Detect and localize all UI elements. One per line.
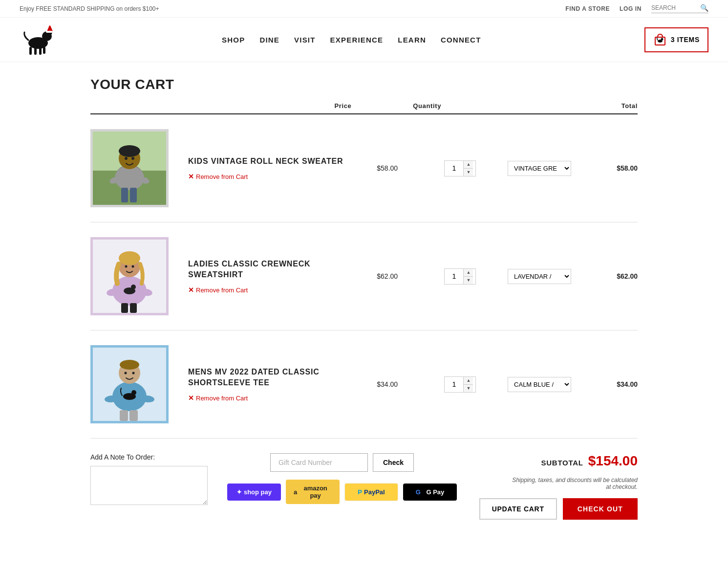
svg-point-33 bbox=[125, 265, 128, 268]
variant-select-2[interactable]: LAVENDAR / bbox=[508, 269, 571, 284]
nav: SHOP DINE VISIT EXPERIENCE LEARN CONNECT… bbox=[0, 18, 728, 62]
svg-rect-8 bbox=[46, 31, 53, 33]
svg-rect-50 bbox=[129, 410, 138, 421]
amazon-pay-icon: a bbox=[294, 488, 297, 496]
remove-item-1[interactable]: ✕ Remove from Cart bbox=[188, 173, 346, 180]
log-in-link[interactable]: LOG IN bbox=[620, 5, 642, 12]
svg-rect-3 bbox=[34, 48, 37, 55]
page-title: YOUR CART bbox=[90, 77, 638, 92]
search-input[interactable] bbox=[651, 4, 700, 11]
shipping-message: Enjoy FREE STANDARD SHIPPING on orders $… bbox=[20, 5, 159, 12]
qty-down-2[interactable]: ▼ bbox=[464, 277, 473, 284]
paypal-button[interactable]: PPayPal bbox=[344, 483, 398, 501]
col-product-header bbox=[90, 102, 301, 110]
cart-count: 3 ITEMS bbox=[671, 36, 700, 44]
shop-pay-button[interactable]: ✦ shop pay bbox=[227, 484, 281, 501]
remove-label-2: Remove from Cart bbox=[196, 286, 248, 294]
nav-links: SHOP DINE VISIT EXPERIENCE LEARN CONNECT bbox=[59, 36, 644, 44]
cart-item-3: MENS MV 2022 DATED CLASSIC SHORTSLEEVE T… bbox=[90, 330, 638, 439]
cart-item: KIDS VINTAGE ROLL NECK SWEATER ✕ Remove … bbox=[90, 114, 638, 222]
remove-item-3[interactable]: ✕ Remove from Cart bbox=[188, 394, 346, 402]
paypal-label: PayPal bbox=[364, 488, 385, 496]
item-price-3: $34.00 bbox=[356, 380, 419, 388]
item-quantity-1: ▲ ▼ bbox=[428, 160, 492, 176]
remove-label-3: Remove from Cart bbox=[196, 395, 248, 402]
svg-point-9 bbox=[49, 23, 51, 26]
summary-section: SUBTOTAL $154.00 Shipping, taxes, and di… bbox=[476, 453, 638, 520]
note-textarea[interactable] bbox=[90, 466, 208, 505]
col-variant-header bbox=[469, 102, 570, 110]
svg-point-34 bbox=[132, 265, 134, 268]
logo[interactable] bbox=[20, 22, 59, 57]
nav-experience[interactable]: EXPERIENCE bbox=[330, 36, 384, 44]
qty-input-2[interactable] bbox=[445, 270, 463, 282]
item-variant-3: CALM BLUE / bbox=[502, 377, 578, 392]
check-button[interactable]: Check bbox=[373, 453, 414, 472]
qty-wrap-3: ▲ ▼ bbox=[444, 376, 476, 393]
shop-pay-icon: ✦ bbox=[236, 488, 242, 496]
payment-icons: ✦ shop pay a amazon pay PPayPal G G Pay bbox=[227, 480, 457, 504]
svg-point-44 bbox=[120, 360, 139, 370]
svg-point-17 bbox=[115, 166, 144, 190]
qty-down-1[interactable]: ▼ bbox=[464, 169, 473, 176]
nav-shop[interactable]: SHOP bbox=[222, 36, 245, 44]
main-content: YOUR CART Price Quantity Total bbox=[71, 62, 657, 549]
item-image-3 bbox=[90, 345, 169, 423]
qty-input-3[interactable] bbox=[445, 378, 463, 390]
svg-rect-24 bbox=[121, 188, 128, 202]
qty-up-3[interactable]: ▲ bbox=[464, 377, 473, 385]
qty-arrows-3: ▲ ▼ bbox=[463, 377, 473, 392]
variant-select-3[interactable]: CALM BLUE / bbox=[508, 377, 571, 392]
item-total-1: $58.00 bbox=[587, 164, 638, 172]
note-label: Add A Note To Order: bbox=[90, 453, 208, 461]
qty-arrows-1: ▲ ▼ bbox=[463, 161, 473, 176]
qty-up-2[interactable]: ▲ bbox=[464, 269, 473, 277]
svg-rect-5 bbox=[29, 47, 32, 55]
google-pay-button[interactable]: G G Pay bbox=[403, 484, 457, 501]
svg-point-19 bbox=[119, 145, 140, 157]
search-icon[interactable]: 🔍 bbox=[700, 4, 708, 12]
item-variant-1: VINTAGE GRE bbox=[502, 161, 578, 176]
subtotal-label: SUBTOTAL bbox=[541, 459, 583, 467]
remove-icon-1: ✕ bbox=[188, 173, 194, 180]
checkout-button[interactable]: CHECK OUT bbox=[563, 498, 638, 520]
variant-select-1[interactable]: VINTAGE GRE bbox=[508, 161, 571, 176]
remove-item-2[interactable]: ✕ Remove from Cart bbox=[188, 286, 346, 294]
svg-rect-6 bbox=[43, 47, 45, 54]
action-buttons: Update Cart CHECK OUT bbox=[479, 498, 638, 520]
qty-down-3[interactable]: ▼ bbox=[464, 385, 473, 392]
item-quantity-3: ▲ ▼ bbox=[428, 376, 492, 393]
cart-item-2: LADIES CLASSIC CREWNECK SWEATSHIRT ✕ Rem… bbox=[90, 222, 638, 330]
qty-input-1[interactable] bbox=[445, 162, 463, 174]
item-details-1: KIDS VINTAGE ROLL NECK SWEATER ✕ Remove … bbox=[178, 156, 346, 180]
note-section: Add A Note To Order: bbox=[90, 453, 208, 506]
find-store-link[interactable]: FIND A STORE bbox=[565, 5, 610, 12]
svg-point-12 bbox=[661, 38, 663, 40]
item-name-2: LADIES CLASSIC CREWNECK SWEATSHIRT bbox=[188, 259, 346, 281]
svg-point-20 bbox=[125, 157, 128, 160]
paypal-icon: P bbox=[358, 488, 362, 496]
item-details-2: LADIES CLASSIC CREWNECK SWEATSHIRT ✕ Rem… bbox=[178, 259, 346, 294]
update-cart-button[interactable]: Update Cart bbox=[479, 498, 557, 520]
item-total-2: $62.00 bbox=[587, 272, 638, 280]
nav-dine[interactable]: DINE bbox=[259, 36, 279, 44]
col-total-header: Total bbox=[570, 102, 638, 110]
amazon-pay-button[interactable]: a amazon pay bbox=[286, 480, 340, 504]
cart-bottom: Add A Note To Order: Check ✦ shop pay a … bbox=[90, 439, 638, 534]
gift-card-input[interactable] bbox=[270, 453, 368, 472]
nav-learn[interactable]: LEARN bbox=[398, 36, 426, 44]
cart-header: Price Quantity Total bbox=[90, 102, 638, 114]
svg-point-46 bbox=[132, 372, 135, 374]
svg-point-32 bbox=[119, 251, 140, 265]
qty-wrap-1: ▲ ▼ bbox=[444, 160, 476, 176]
item-variant-2: LAVENDAR / bbox=[502, 269, 578, 284]
nav-connect[interactable]: CONNECT bbox=[441, 36, 481, 44]
col-quantity-header: Quantity bbox=[385, 102, 469, 110]
svg-rect-25 bbox=[130, 188, 137, 202]
col-price-header: Price bbox=[301, 102, 385, 110]
nav-visit[interactable]: VISIT bbox=[294, 36, 316, 44]
qty-wrap-2: ▲ ▼ bbox=[444, 268, 476, 285]
cart-button[interactable]: 3 ITEMS bbox=[644, 27, 708, 52]
item-name-3: MENS MV 2022 DATED CLASSIC SHORTSLEEVE T… bbox=[188, 367, 346, 389]
qty-up-1[interactable]: ▲ bbox=[464, 161, 473, 169]
